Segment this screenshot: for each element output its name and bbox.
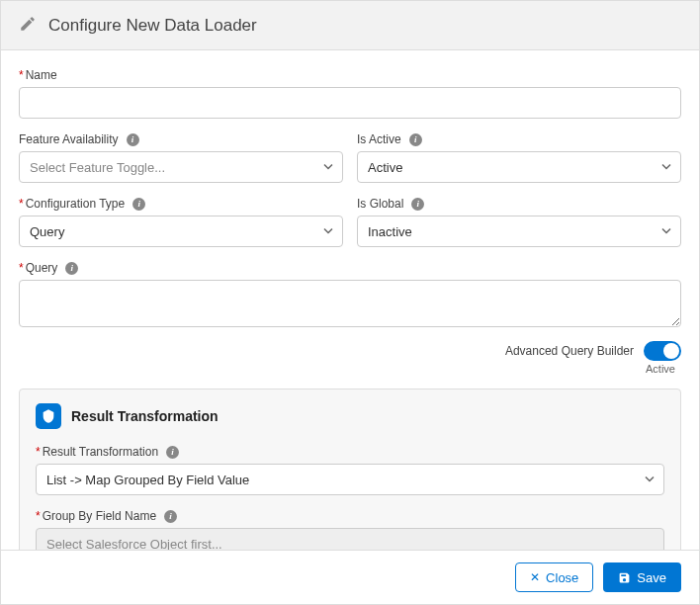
info-icon[interactable]: i — [411, 198, 424, 211]
advanced-query-builder-row: Advanced Query Builder Active — [19, 341, 681, 375]
configuration-type-select[interactable]: Query — [19, 216, 343, 247]
feature-availability-select[interactable]: Select Feature Toggle... — [19, 151, 343, 183]
result-transformation-panel: Result Transformation *Result Transforma… — [19, 389, 681, 550]
query-group: *Query i — [19, 261, 681, 327]
configuration-type-group: *Configuration Type i Query — [19, 197, 343, 247]
is-active-group: Is Active i Active — [357, 132, 681, 183]
info-icon[interactable]: i — [127, 133, 139, 146]
advanced-query-builder-state: Active — [646, 363, 675, 375]
modal-body: *Name Feature Availability i Select Feat… — [1, 50, 699, 550]
feature-availability-group: Feature Availability i Select Feature To… — [19, 132, 343, 183]
result-transformation-label: *Result Transformation i — [36, 445, 664, 459]
name-input[interactable] — [19, 87, 681, 119]
save-icon — [618, 571, 631, 584]
info-icon[interactable]: i — [132, 198, 145, 211]
transformation-icon — [36, 403, 61, 429]
query-input[interactable] — [19, 280, 681, 327]
configure-data-loader-modal: Configure New Data Loader *Name Feature … — [0, 0, 700, 605]
is-global-select[interactable]: Inactive — [357, 216, 681, 247]
group-by-input — [36, 528, 664, 550]
name-field-group: *Name — [19, 68, 681, 119]
query-label: *Query i — [19, 261, 681, 275]
advanced-query-builder-label: Advanced Query Builder — [505, 344, 634, 358]
info-icon[interactable]: i — [409, 133, 422, 146]
modal-footer: ✕ Close Save — [1, 550, 699, 604]
modal-header: Configure New Data Loader — [1, 1, 699, 50]
modal-title: Configure New Data Loader — [48, 16, 257, 36]
close-button[interactable]: ✕ Close — [515, 562, 593, 592]
edit-icon — [19, 15, 37, 36]
is-global-label: Is Global i — [357, 197, 681, 211]
toggle-knob — [663, 343, 679, 359]
is-active-label: Is Active i — [357, 132, 681, 146]
group-by-label: *Group By Field Name i — [36, 509, 664, 523]
close-icon: ✕ — [530, 571, 540, 583]
configuration-type-label: *Configuration Type i — [19, 197, 343, 211]
name-label: *Name — [19, 68, 681, 82]
advanced-query-builder-toggle[interactable] — [644, 341, 681, 361]
info-icon[interactable]: i — [164, 510, 177, 523]
result-transformation-select[interactable]: List -> Map Grouped By Field Value — [36, 464, 664, 495]
section-title: Result Transformation — [71, 408, 219, 424]
save-button[interactable]: Save — [603, 562, 681, 592]
feature-availability-label: Feature Availability i — [19, 132, 343, 146]
is-global-group: Is Global i Inactive — [357, 197, 681, 247]
info-icon[interactable]: i — [65, 262, 78, 275]
section-header: Result Transformation — [36, 403, 664, 429]
group-by-field-group: *Group By Field Name i — [36, 509, 664, 550]
info-icon[interactable]: i — [166, 446, 179, 459]
is-active-select[interactable]: Active — [357, 151, 681, 183]
result-transformation-group: *Result Transformation i List -> Map Gro… — [36, 445, 664, 495]
